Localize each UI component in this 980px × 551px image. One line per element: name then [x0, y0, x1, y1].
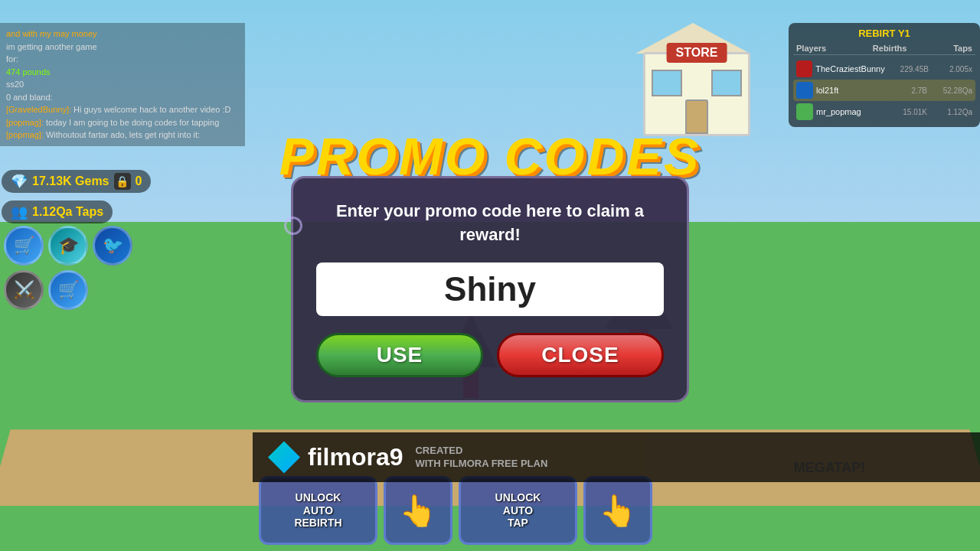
taps-value: 1.12Qa Taps: [32, 205, 103, 219]
chat-line: [popmag]: today I am going to be doing c…: [6, 116, 239, 129]
side-btn-cart[interactable]: 🛒: [48, 270, 88, 310]
promo-modal: Enter your promo code here to claim a re…: [291, 176, 689, 403]
lb-row-2: lol21ft 2.7B 52.28Qa: [793, 80, 975, 101]
lb-players-header: Players: [796, 44, 826, 53]
side-btn-sword[interactable]: ⚔️: [4, 270, 44, 310]
lock-icon: 🔒: [114, 173, 131, 190]
filmora-watermark: filmora9 CREATED WITH FILMORA FREE PLAN: [253, 432, 980, 482]
taps-hud: 👥 1.12Qa Taps: [2, 201, 113, 223]
modal-description: Enter your promo code here to claim a re…: [316, 200, 664, 247]
lb-rebirths-1: 229.45B: [888, 65, 929, 73]
lb-avatar-1: [796, 60, 812, 77]
lb-row-3: mr_popmag 15.01K 1.12Qa: [793, 101, 975, 122]
lb-taps-header: Taps: [953, 44, 972, 53]
lb-name-3: mr_popmag: [816, 107, 882, 116]
tap-emoji-1[interactable]: 👆: [384, 476, 452, 545]
chat-line: ss20: [6, 78, 239, 91]
close-button[interactable]: CLOSE: [497, 333, 664, 377]
promo-code-input[interactable]: [316, 262, 664, 316]
unlock-auto-rebirth-button[interactable]: UNLOCKAUTOREBIRTH: [259, 476, 377, 545]
gems-value: 17.13K Gems: [32, 174, 109, 188]
lb-taps-2: 52.28Qa: [930, 86, 972, 95]
unlock-auto-tap-button[interactable]: UNLOCKAUTOTAP: [459, 476, 577, 545]
filmora-logo-text: filmora9: [308, 443, 403, 471]
lb-rebirths-3: 15.01K: [885, 108, 927, 116]
side-btn-shop1[interactable]: 🛒: [4, 226, 44, 266]
filmora-logo: filmora9: [268, 442, 403, 474]
lb-rebirths-2: 2.7B: [885, 86, 927, 95]
lb-name-1: TheCraziestBunny: [815, 64, 885, 73]
lb-rebirths-header: Rebirths: [873, 44, 907, 53]
leaderboard: REBIRT Y1 Players Rebirths Taps TheCrazi…: [789, 23, 980, 127]
tap-emoji-2[interactable]: 👆: [583, 476, 652, 545]
side-button-group: 🛒 🎓 🐦 ⚔️ 🛒: [4, 226, 132, 310]
filmora-line1: CREATED: [415, 445, 547, 458]
lb-taps-3: 1.12Qa: [930, 108, 972, 116]
chat-line: 0 and bland:: [6, 91, 239, 104]
store-sign: STORE: [667, 43, 727, 63]
chat-line: im getting another game: [6, 41, 239, 54]
side-btn-book[interactable]: 🎓: [48, 226, 88, 266]
filmora-line2: WITH FILMORA FREE PLAN: [415, 458, 547, 471]
lb-name-2: lol21ft: [816, 86, 882, 95]
chat-line: [popmag]: Withoutout fartar ado, lets ge…: [6, 129, 239, 142]
modal-circle-decoration: [284, 217, 302, 235]
chat-line: [GraveledBunny]: Hi guys welcome hack to…: [6, 103, 239, 116]
gems-hud: 💎 17.13K Gems 🔒 0: [2, 170, 151, 193]
side-btn-twitter[interactable]: 🐦: [93, 226, 132, 266]
lb-row-1: TheCraziestBunny 229.45B 2.005x: [793, 58, 975, 80]
chat-line: 474 pounds: [6, 66, 239, 79]
filmora-subtitle: CREATED WITH FILMORA FREE PLAN: [415, 445, 547, 471]
chat-line: and with my may money: [6, 28, 239, 41]
chat-panel: and with my may money im getting another…: [0, 23, 245, 146]
modal-button-group: USE CLOSE: [316, 333, 664, 377]
chat-line: for:: [6, 53, 239, 66]
lb-taps-1: 2.005x: [932, 65, 972, 73]
filmora-diamond-icon: [268, 442, 300, 474]
lb-avatar-3: [796, 103, 813, 120]
rebirth-label: REBIRT Y1: [793, 28, 975, 39]
use-button[interactable]: USE: [316, 333, 483, 377]
lb-avatar-2: [796, 82, 813, 99]
gems-count: 0: [136, 174, 142, 188]
